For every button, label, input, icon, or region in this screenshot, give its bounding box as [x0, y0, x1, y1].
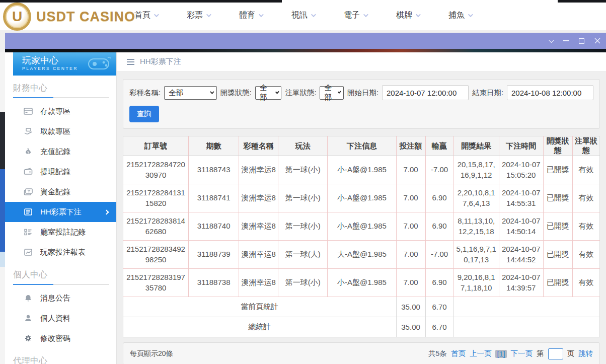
- chevron-down-icon: [206, 12, 211, 17]
- recharge-record-icon: [24, 148, 33, 156]
- table-cell: 9,20,16,8,17,1,18,10: [453, 269, 499, 297]
- section-underline: [13, 97, 109, 98]
- section-title-agent: 代理中心: [13, 355, 109, 364]
- nav-item-cards[interactable]: 棋牌: [382, 10, 434, 21]
- logo-coin-icon: U: [3, 3, 31, 31]
- deposit-icon: [24, 107, 33, 115]
- nav-item-fishing[interactable]: 捕魚: [434, 10, 486, 21]
- sidebar-item-withdraw[interactable]: 取款專區: [5, 121, 116, 141]
- table-cell: 2152172828349298250: [123, 241, 189, 269]
- table-cell: 7.00: [396, 212, 425, 241]
- pagination-bar: 每頁顯示20條 共5条 首页 上一页 [1] 下一页 第 页 跳转: [123, 342, 600, 364]
- sidebar-item-change-password[interactable]: 修改密碼: [5, 328, 116, 348]
- col-header: 投注額: [396, 136, 425, 156]
- table-cell: 澳洲幸运8: [239, 269, 278, 297]
- table-row: 2152172828349298250 31188739 澳洲幸运8 第一球(大…: [123, 241, 600, 269]
- table-cell: 有效: [572, 269, 599, 297]
- lottery-select[interactable]: 全部: [164, 86, 217, 100]
- prev-page-link[interactable]: 上一页: [470, 349, 492, 358]
- jump-button[interactable]: 跳转: [578, 349, 593, 358]
- window-controls: [543, 33, 605, 49]
- chevron-down-icon: [154, 12, 159, 17]
- table-header-row: 訂單號 期數 彩種名稱 玩法 下注信息 投注額 輸贏 開獎結果 下注時間 開獎狀…: [123, 136, 600, 156]
- sidebar-item-profile[interactable]: 個人資料: [5, 308, 116, 328]
- sidebar-item-hh-lottery-bet[interactable]: HH彩票下注: [5, 202, 116, 222]
- table-cell: 大-A盤@1.985: [328, 241, 396, 269]
- table-cell: 已開獎: [543, 184, 572, 212]
- next-page-link[interactable]: 下一页: [511, 349, 533, 358]
- table-cell: 有效: [572, 184, 599, 212]
- sidebar-item-player-report[interactable]: 玩家投注報表: [5, 242, 116, 262]
- table-cell: 20,15,8,17,16,9,1,12: [453, 156, 499, 184]
- withdraw-icon: [24, 127, 33, 135]
- minimize-icon[interactable]: [558, 33, 574, 49]
- table-cell: 2024-10-07 15:05:20: [499, 156, 543, 184]
- table-cell: 6.90: [425, 184, 453, 212]
- col-header: 期數: [189, 136, 239, 156]
- summary-winloss-total: 6.70: [425, 317, 453, 337]
- nav-item-lottery[interactable]: 彩票: [172, 10, 224, 21]
- draw-status-select[interactable]: 全部: [255, 86, 282, 100]
- table-cell: 31188743: [189, 156, 239, 184]
- sidebar-item-withdrawal-record[interactable]: 提現記錄: [5, 162, 116, 182]
- summary-label: 總統計: [123, 317, 397, 337]
- table-cell: 澳洲幸运8: [239, 156, 278, 184]
- sidebar-item-room-bet-record[interactable]: 廳室投註記錄: [5, 222, 116, 242]
- start-date-label: 開始日期:: [347, 88, 378, 98]
- chevron-down-icon: [363, 12, 368, 17]
- table-cell: 第一球(小): [278, 212, 328, 241]
- table-cell: 已開獎: [543, 269, 572, 297]
- menu-toggle-icon[interactable]: [127, 59, 134, 65]
- col-header: 玩法: [278, 136, 328, 156]
- sidebar-item-deposit[interactable]: 存款專區: [5, 101, 116, 121]
- chevron-down-icon: [275, 90, 279, 94]
- current-page-indicator: [1]: [495, 350, 506, 358]
- first-page-link[interactable]: 首页: [451, 349, 466, 358]
- col-header: 注單狀態: [572, 136, 599, 156]
- order-status-select[interactable]: 全部: [320, 86, 344, 100]
- table-cell: 2152172828472030970: [123, 156, 189, 184]
- sidebar-item-announcements[interactable]: 消息公告: [5, 288, 116, 308]
- col-header: 彩種名稱: [239, 136, 278, 156]
- table-cell: 有效: [572, 212, 599, 241]
- chevron-down-icon: [416, 12, 421, 17]
- close-icon[interactable]: [589, 33, 605, 49]
- table-cell: 有效: [572, 156, 599, 184]
- summary-bet-total: 35.00: [396, 297, 425, 317]
- room-bet-record-icon: [24, 228, 33, 236]
- chevron-down-icon: [468, 12, 473, 17]
- filter-panel: 彩種名稱: 全部 開獎狀態: 全部 注單狀態: 全部 開始日期: 結束日期: 查…: [123, 79, 600, 129]
- background-artifact: [0, 112, 5, 169]
- lottery-name-label: 彩種名稱:: [129, 88, 161, 98]
- table-cell: 已開獎: [543, 212, 572, 241]
- nav-item-sports[interactable]: 體育: [224, 10, 277, 21]
- table-cell: 2152172828413115820: [123, 184, 189, 212]
- table-cell: 2024-10-07 14:39:57: [499, 269, 543, 297]
- site-logo[interactable]: U USDT CASINO: [3, 3, 135, 31]
- player-report-icon: [24, 248, 33, 256]
- table-cell: 31188738: [189, 269, 239, 297]
- nav-item-home[interactable]: 首頁: [120, 10, 172, 21]
- page-jump-input[interactable]: [548, 348, 563, 359]
- nav-item-slots[interactable]: 電子: [329, 10, 382, 21]
- background-artifact: [0, 169, 5, 252]
- table-cell: 第一球(小): [278, 184, 328, 212]
- col-header: 開獎狀態: [543, 136, 572, 156]
- table-row: 2152172828472030970 31188743 澳洲幸运8 第一球(小…: [123, 156, 600, 184]
- page-size-text: 每頁顯示20條: [130, 349, 173, 358]
- collapse-icon[interactable]: [543, 33, 558, 49]
- nav-item-live[interactable]: 視訊: [277, 10, 329, 21]
- finance-menu: 存款專區 取款專區 充值記錄 提現記錄 資金記錄 HH彩票下注: [5, 101, 116, 262]
- search-button[interactable]: 查詢: [129, 106, 159, 122]
- summary-winloss-total: 6.70: [425, 297, 453, 317]
- start-date-input[interactable]: [382, 85, 469, 100]
- table-cell: 2024-10-07 14:44:52: [499, 241, 543, 269]
- window-titlebar: [5, 33, 606, 49]
- sidebar-item-recharge-record[interactable]: 充值記錄: [5, 141, 116, 162]
- sidebar-item-funds-record[interactable]: 資金記錄: [5, 182, 116, 202]
- summary-empty: [453, 297, 599, 317]
- maximize-icon[interactable]: [574, 33, 589, 49]
- end-date-input[interactable]: [507, 85, 593, 100]
- table-cell: 已開獎: [543, 156, 572, 184]
- col-header: 下注時間: [499, 136, 543, 156]
